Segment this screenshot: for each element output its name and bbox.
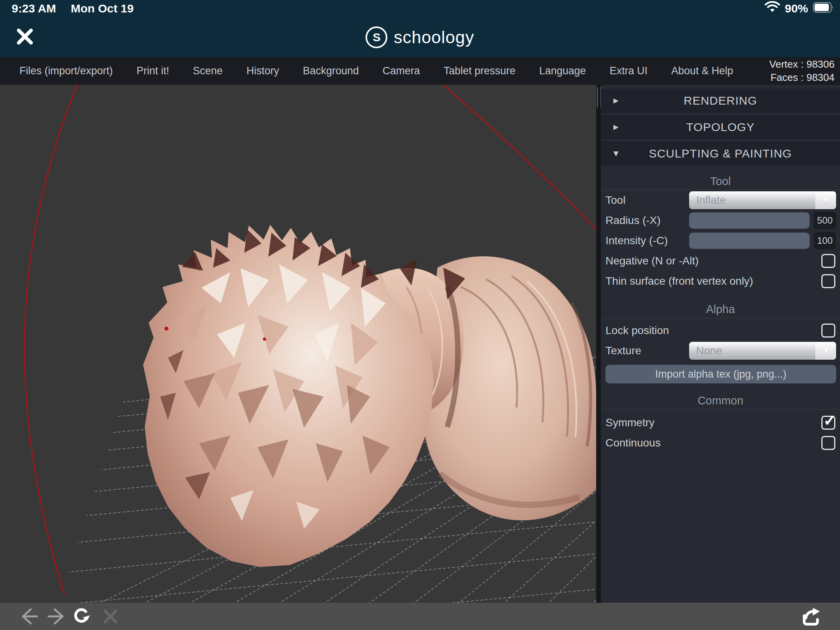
divider — [601, 409, 840, 410]
share-icon[interactable] — [800, 606, 821, 626]
texture-select[interactable]: None ▼ — [689, 342, 836, 360]
chevron-down-icon: ▼ — [816, 342, 836, 360]
thin-surface-row: Thin surface (front vertex only) — [601, 271, 840, 291]
section-rendering[interactable]: ► RENDERING — [601, 89, 840, 113]
chevron-down-icon: ▼ — [816, 191, 836, 209]
back-icon[interactable] — [19, 606, 39, 626]
app-header: S schoology — [0, 17, 840, 57]
thin-surface-label: Thin surface (front vertex only) — [606, 275, 753, 287]
wifi-icon — [765, 1, 780, 16]
battery-percent: 90% — [785, 2, 808, 15]
symmetry-dot — [263, 338, 266, 341]
sculpt-scene — [0, 85, 596, 603]
radius-row: Radius (-X) 500 — [601, 210, 840, 231]
reload-icon[interactable] — [71, 606, 91, 626]
import-alpha-button[interactable]: Import alpha tex (jpg, png...) — [606, 365, 836, 383]
radius-label: Radius (-X) — [606, 214, 661, 227]
continuous-label: Continuous — [606, 437, 661, 449]
expanded-arrow-icon: ▼ — [612, 149, 621, 159]
symmetry-row: Symmetry ✓ — [601, 413, 840, 433]
collapsed-arrow-icon: ► — [612, 122, 621, 132]
menu-files[interactable]: Files (import/export) — [19, 65, 113, 77]
menu-scene[interactable]: Scene — [193, 65, 223, 77]
schoology-logo: S schoology — [0, 17, 840, 57]
lock-position-checkbox[interactable] — [821, 324, 835, 338]
group-common-header: Common — [601, 392, 840, 409]
check-icon: ✓ — [823, 411, 836, 429]
symmetry-dot — [164, 327, 168, 331]
intensity-slider[interactable] — [689, 233, 810, 249]
tool-label: Tool — [606, 194, 625, 206]
lock-position-row: Lock position — [601, 320, 840, 341]
continuous-row: Continuous — [601, 433, 840, 453]
battery-icon — [813, 2, 834, 16]
radius-value[interactable]: 500 — [814, 212, 836, 229]
sculpted-mesh — [143, 225, 596, 567]
divider — [601, 318, 840, 318]
main-area: ► RENDERING ► TOPOLOGY ▼ SCULPTING & PAI… — [0, 85, 840, 603]
settings-panel: ► RENDERING ► TOPOLOGY ▼ SCULPTING & PAI… — [601, 85, 840, 603]
sculptgl-menu-bar: Files (import/export) Print it! Scene Hi… — [0, 57, 840, 85]
browser-toolbar — [0, 603, 840, 630]
menu-about-help[interactable]: About & Help — [671, 65, 733, 77]
mesh-stats: Vertex : 98306 Faces : 98304 — [769, 58, 835, 84]
tool-selected-value: Inflate — [689, 194, 816, 206]
section-topology-label: TOPOLOGY — [686, 121, 755, 134]
texture-row: Texture None ▼ — [601, 341, 840, 361]
stop-icon[interactable] — [100, 606, 121, 626]
schoology-wordmark: schoology — [394, 28, 474, 47]
vertex-count: Vertex : 98306 — [769, 58, 835, 71]
menu-background[interactable]: Background — [303, 65, 359, 77]
section-rendering-label: RENDERING — [684, 94, 757, 107]
intensity-row: Intensity (-C) 100 — [601, 231, 840, 251]
status-time: 9:23 AM — [12, 2, 56, 15]
negative-row: Negative (N or -Alt) — [601, 251, 840, 271]
menu-camera[interactable]: Camera — [383, 65, 420, 77]
section-sculpting-painting[interactable]: ▼ SCULPTING & PAINTING — [601, 142, 840, 166]
panel-scrollbar[interactable] — [596, 85, 601, 603]
group-alpha-header: Alpha — [601, 301, 840, 318]
faces-count: Faces : 98304 — [769, 71, 835, 84]
negative-label: Negative (N or -Alt) — [606, 255, 699, 267]
menu-language[interactable]: Language — [539, 65, 586, 77]
forward-icon[interactable] — [46, 606, 66, 626]
collapsed-arrow-icon: ► — [612, 96, 621, 106]
continuous-checkbox[interactable] — [821, 436, 835, 450]
texture-label: Texture — [606, 345, 641, 357]
menu-extra-ui[interactable]: Extra UI — [610, 65, 648, 77]
schoology-s-icon: S — [366, 26, 387, 48]
thin-surface-checkbox[interactable] — [821, 274, 835, 288]
intensity-label: Intensity (-C) — [606, 234, 668, 247]
texture-selected-value: None — [689, 345, 816, 357]
menu-tablet-pressure[interactable]: Tablet pressure — [444, 65, 516, 77]
tool-row: Tool Inflate ▼ — [601, 190, 840, 210]
status-date: Mon Oct 19 — [71, 2, 134, 15]
menu-history[interactable]: History — [247, 65, 279, 77]
radius-slider[interactable] — [689, 212, 810, 229]
app-window: 9:23 AM Mon Oct 19 90% — [0, 0, 840, 630]
symmetry-checkbox[interactable]: ✓ — [821, 416, 835, 430]
section-sculpting-label: SCULPTING & PAINTING — [649, 147, 792, 160]
lock-position-label: Lock position — [606, 324, 669, 337]
section-topology[interactable]: ► TOPOLOGY — [601, 115, 840, 139]
negative-checkbox[interactable] — [821, 254, 835, 268]
menu-print-it[interactable]: Print it! — [136, 65, 169, 77]
symmetry-label: Symmetry — [606, 416, 654, 429]
viewport-canvas[interactable] — [0, 85, 596, 603]
tool-select[interactable]: Inflate ▼ — [689, 191, 836, 209]
intensity-value[interactable]: 100 — [814, 232, 836, 249]
group-tool-header: Tool — [601, 173, 840, 190]
ios-status-bar: 9:23 AM Mon Oct 19 90% — [0, 0, 840, 17]
